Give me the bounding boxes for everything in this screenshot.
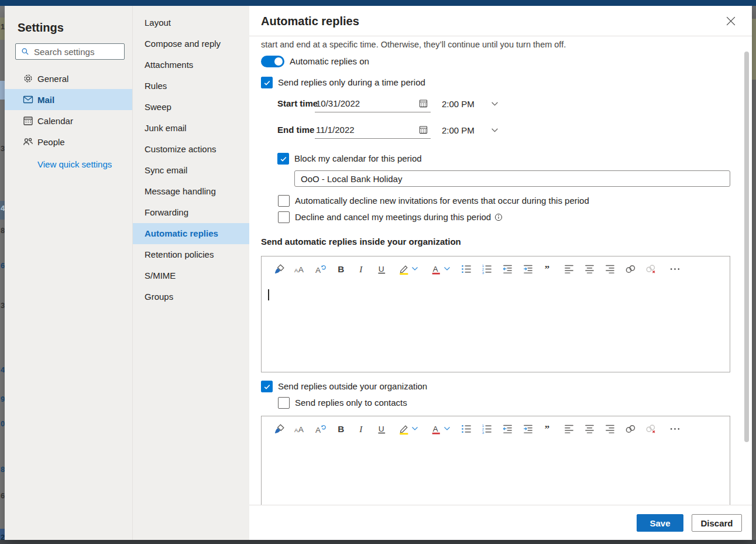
svg-text:A: A [432,264,438,273]
font-size-button[interactable]: A [311,260,329,278]
quote-button[interactable]: ” [539,260,558,278]
background-text-fragment: 2 [1,533,5,540]
start-date-input[interactable]: 10/31/2022 [315,95,431,112]
sidebar-item-mail[interactable]: Mail [5,89,132,110]
check-icon [280,155,287,163]
time-period-checkbox[interactable] [261,77,273,88]
format-painter-button[interactable] [270,260,288,278]
underline-button[interactable]: U [372,260,391,278]
search-input[interactable] [34,47,116,57]
automatic-replies-panel: Automatic replies start and end at a spe… [249,6,752,540]
sidebar-item-label: Mail [37,95,54,105]
category-item-compose-and-reply[interactable]: Compose and reply [133,33,249,54]
sidebar-item-general[interactable]: General [5,68,132,89]
sidebar-item-calendar[interactable]: Calendar [5,110,132,131]
auto-decline-label: Automatically decline new invitations fo… [295,195,589,207]
category-item-s-mime[interactable]: S/MIME [133,265,249,286]
close-button[interactable] [726,16,736,26]
save-button[interactable]: Save [637,514,683,532]
increase-indent-button[interactable] [518,420,537,437]
align-right-icon [604,423,616,435]
italic-button[interactable]: I [352,420,370,437]
discard-button[interactable]: Discard [692,514,742,532]
end-time-dropdown[interactable]: 2:00 PM [442,121,499,139]
panel-scrollbar[interactable] [744,52,749,442]
align-right-button[interactable] [600,260,619,278]
auto-decline-checkbox[interactable] [278,195,290,207]
outside-org-editor[interactable]: AAABIUA123” [261,416,730,505]
calendar-picker-icon[interactable] [418,98,428,108]
bullets-button[interactable] [457,420,476,437]
more-options-button[interactable] [665,420,684,437]
category-item-sync-email[interactable]: Sync email [133,160,249,181]
inside-org-editor[interactable]: AAABIUA123” [261,256,730,372]
bold-button[interactable]: B [331,260,350,278]
category-item-junk-email[interactable]: Junk email [133,118,249,139]
align-center-button[interactable] [580,420,599,437]
font-size-button[interactable]: A [311,420,329,437]
inside-org-editor-body[interactable] [262,281,730,372]
svg-text:U: U [378,264,384,273]
font-button[interactable]: AA [290,260,309,278]
calendar-picker-icon[interactable] [418,125,428,135]
font-color-button[interactable]: A [425,260,455,278]
automatic-replies-toggle[interactable] [261,56,284,67]
category-item-customize-actions[interactable]: Customize actions [133,139,249,160]
intro-text: start and end at a specific time. Otherw… [261,40,736,49]
align-right-button[interactable] [600,420,619,437]
outside-org-checkbox-row: Send replies outside your organization [261,381,427,392]
numbering-button[interactable]: 123 [477,420,496,437]
category-item-groups[interactable]: Groups [133,286,249,307]
category-item-layout[interactable]: Layout [133,12,249,33]
svg-text:B: B [338,264,344,273]
font-color-button[interactable]: A [425,420,455,437]
highlight-button[interactable] [393,260,423,278]
category-item-sweep[interactable]: Sweep [133,97,249,118]
underline-button[interactable]: U [372,420,391,437]
sidebar-item-people[interactable]: People [5,131,132,152]
align-center-button[interactable] [580,260,599,278]
category-item-rules[interactable]: Rules [133,76,249,97]
align-left-button[interactable] [559,260,578,278]
increase-indent-button[interactable] [518,260,537,278]
category-item-retention-policies[interactable]: Retention policies [133,244,249,265]
category-item-attachments[interactable]: Attachments [133,54,249,76]
remove-link-button[interactable] [641,260,660,278]
highlight-button[interactable] [393,420,423,437]
decline-cancel-checkbox[interactable] [278,211,290,223]
event-title-input[interactable] [294,170,730,187]
search-settings-box[interactable] [15,43,125,60]
block-calendar-checkbox[interactable] [277,153,289,165]
contacts-only-checkbox-row: Send replies only to contacts [278,397,407,409]
outside-org-checkbox[interactable] [261,381,273,392]
bold-button[interactable]: B [331,420,350,437]
view-quick-settings-link[interactable]: View quick settings [37,159,132,169]
more-options-button[interactable] [665,260,684,278]
insert-link-button[interactable] [621,260,640,278]
font-button[interactable]: AA [290,420,309,437]
decrease-indent-button[interactable] [498,260,517,278]
decrease-indent-button[interactable] [498,420,517,437]
info-icon[interactable] [494,213,503,221]
insert-link-button[interactable] [621,420,640,437]
dimmed-background-patch [752,19,756,80]
align-left-button[interactable] [559,420,578,437]
category-item-forwarding[interactable]: Forwarding [133,202,249,223]
numbering-button[interactable]: 123 [477,260,496,278]
quote-button[interactable]: ” [539,420,558,437]
chevron-down-icon[interactable] [411,265,418,272]
outside-org-editor-body[interactable] [262,441,730,504]
remove-link-button[interactable] [641,420,660,437]
chevron-down-icon[interactable] [411,425,418,432]
contacts-only-checkbox[interactable] [278,397,290,409]
chevron-down-icon[interactable] [444,265,451,272]
start-time-dropdown[interactable]: 2:00 PM [442,95,499,112]
chevron-down-icon[interactable] [444,425,451,432]
category-item-automatic-replies[interactable]: Automatic replies [133,223,249,244]
bullets-button[interactable] [457,260,476,278]
category-item-message-handling[interactable]: Message handling [133,181,249,202]
end-date-input[interactable]: 11/1/2022 [315,121,431,139]
format-painter-button[interactable] [270,420,288,437]
check-icon [263,79,271,87]
italic-button[interactable]: I [352,260,370,278]
